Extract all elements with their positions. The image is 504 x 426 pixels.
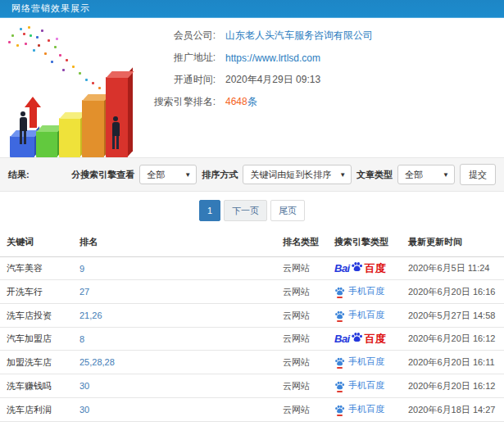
col-header-updated: 最新更新时间 <box>402 228 504 257</box>
table-row: 开洗车行 27 云网站 手机百度 2020年6月20日 16:16 <box>0 280 504 304</box>
rank-link[interactable]: 8 <box>79 334 84 344</box>
info-label: 会员公司: <box>152 29 216 43</box>
updated-cell: 2020年6月20日 16:12 <box>402 374 504 398</box>
article-type-select-label: 文章类型 <box>356 169 393 181</box>
rank-type-cell: 云网站 <box>276 328 328 351</box>
company-info-section: 会员公司: 山东老人头汽车服务咨询有限公司 推广地址: https://www.… <box>0 18 504 157</box>
baidu-logo: Bai百度 <box>334 262 386 274</box>
engine-cell: 手机百度 <box>328 351 402 374</box>
chevron-down-icon: ▼ <box>339 171 346 179</box>
growth-arrow-icon <box>30 106 37 128</box>
rank-type-cell: 云网站 <box>276 398 328 422</box>
rank-link[interactable]: 25,28,28 <box>79 357 115 367</box>
info-label: 搜索引擎排名: <box>152 95 216 109</box>
col-header-keyword: 关键词 <box>0 228 73 257</box>
info-row: 推广地址: https://www.lrtlsd.com <box>152 47 504 69</box>
engine-cell: 手机百度 <box>328 280 402 304</box>
sort-select-label: 排序方式 <box>202 169 238 181</box>
app-header: 网络营销效果展示 <box>0 0 504 18</box>
pagination-last-button[interactable]: 尾页 <box>270 200 305 221</box>
pagination-page-1[interactable]: 1 <box>199 200 220 221</box>
rank-type-cell: 云网站 <box>276 280 328 304</box>
baidu-paw-icon <box>351 331 363 343</box>
mobile-baidu-logo: 手机百度 <box>334 285 384 297</box>
baidu-paw-icon <box>351 261 363 273</box>
rank-link[interactable]: 30 <box>79 405 89 415</box>
info-value: 4648条 <box>225 95 257 109</box>
info-value[interactable]: https://www.lrtlsd.com <box>225 52 320 64</box>
info-label: 开通时间: <box>152 73 216 87</box>
keyword-cell: 汽车美容 <box>0 257 73 280</box>
rank-type-cell: 云网站 <box>276 304 328 328</box>
mobile-baidu-paw-icon <box>334 310 345 320</box>
keyword-cell: 开洗车行 <box>0 280 73 304</box>
col-header-engine-type: 搜索引擎类型 <box>328 228 402 257</box>
confetti-decoration <box>23 33 25 35</box>
illustration-bar <box>59 118 80 157</box>
article-type-select[interactable]: 全部 ▼ <box>397 165 455 184</box>
info-value[interactable]: 山东老人头汽车服务咨询有限公司 <box>225 29 373 43</box>
engine-select-label: 分搜索引擎查看 <box>71 169 134 181</box>
table-row: 汽车加盟店 8 云网站 Bai百度 2020年6月20日 16:12 <box>0 328 504 351</box>
keyword-cell: 加盟洗车店 <box>0 351 73 374</box>
result-label: 结果: <box>8 169 30 181</box>
rank-link[interactable]: 9 <box>79 264 84 274</box>
table-row: 洗车店加盟 3 云网站 Bai百度 2020年6月18日 14:30 <box>0 422 504 426</box>
keyword-ranking-table: 关键词 排名 排名类型 搜索引擎类型 最新更新时间 汽车美容 9 云网站 Bai… <box>0 228 504 426</box>
mobile-baidu-logo: 手机百度 <box>334 309 384 321</box>
engine-cell: Bai百度 <box>328 257 402 280</box>
keyword-cell: 洗车店加盟 <box>0 422 73 426</box>
engine-cell: Bai百度 <box>328 422 402 426</box>
table-row: 洗车店投资 21,26 云网站 手机百度 2020年5月27日 14:58 <box>0 304 504 328</box>
businessman-figure-right <box>109 116 122 149</box>
mobile-baidu-paw-icon <box>334 404 345 415</box>
info-label: 推广地址: <box>152 51 216 65</box>
mobile-baidu-logo: 手机百度 <box>334 356 384 368</box>
mobile-baidu-logo: 手机百度 <box>334 379 384 392</box>
sort-select[interactable]: 关键词由短到长排序 ▼ <box>243 165 352 184</box>
illustration-bar <box>82 100 104 157</box>
updated-cell: 2020年6月20日 16:16 <box>402 280 504 304</box>
mobile-baidu-logo: 手机百度 <box>334 403 384 415</box>
info-row: 会员公司: 山东老人头汽车服务咨询有限公司 <box>152 25 504 47</box>
updated-cell: 2020年6月20日 16:11 <box>402 351 504 374</box>
mobile-baidu-paw-icon <box>334 286 345 297</box>
col-header-rank: 排名 <box>73 228 276 257</box>
updated-cell: 2020年6月20日 16:12 <box>402 328 504 351</box>
mobile-baidu-paw-icon <box>334 380 345 391</box>
rank-link[interactable]: 27 <box>79 287 89 297</box>
rank-link[interactable]: 21,26 <box>79 310 102 320</box>
page-title: 网络营销效果展示 <box>11 2 90 15</box>
chevron-down-icon: ▼ <box>443 171 449 179</box>
info-value: 2020年4月29日 09:13 <box>225 73 320 87</box>
rank-type-cell: 云网站 <box>276 374 328 398</box>
rank-type-cell: 云网站 <box>276 257 328 280</box>
table-row: 洗车店利润 30 云网站 手机百度 2020年6月18日 14:27 <box>0 398 504 422</box>
keyword-cell: 洗车店投资 <box>0 304 73 328</box>
engine-cell: 手机百度 <box>328 374 402 398</box>
updated-cell: 2020年6月18日 14:27 <box>402 398 504 422</box>
info-row: 开通时间: 2020年4月29日 09:13 <box>152 69 504 91</box>
engine-select[interactable]: 全部 ▼ <box>139 165 197 184</box>
updated-cell: 2020年6月5日 11:24 <box>402 257 504 280</box>
rank-link[interactable]: 30 <box>79 381 89 391</box>
submit-button[interactable]: 提交 <box>460 164 496 185</box>
mobile-baidu-paw-icon <box>334 356 345 367</box>
engine-cell: 手机百度 <box>328 398 402 422</box>
businessman-figure-left <box>16 111 30 144</box>
engine-cell: 手机百度 <box>328 304 402 328</box>
ranking-count: 4648 <box>225 96 247 107</box>
pagination-next-button[interactable]: 下一页 <box>224 200 267 221</box>
ranking-count-unit: 条 <box>247 96 257 107</box>
illustration-bar <box>36 131 57 157</box>
company-info-list: 会员公司: 山东老人头汽车服务咨询有限公司 推广地址: https://www.… <box>152 18 504 157</box>
table-header-row: 关键词 排名 排名类型 搜索引擎类型 最新更新时间 <box>0 228 504 257</box>
table-row: 汽车美容 9 云网站 Bai百度 2020年6月5日 11:24 <box>0 257 504 280</box>
rank-type-cell: 云网站 <box>276 422 328 426</box>
updated-cell: 2020年5月27日 14:58 <box>402 304 504 328</box>
keyword-cell: 洗车赚钱吗 <box>0 374 73 398</box>
info-row: 搜索引擎排名: 4648条 <box>152 91 504 113</box>
filter-bar: 结果: 分搜索引擎查看 全部 ▼ 排序方式 关键词由短到长排序 ▼ 文章类型 全… <box>0 157 504 192</box>
baidu-logo: Bai百度 <box>334 333 386 345</box>
pagination: 1 下一页 尾页 <box>0 192 504 228</box>
